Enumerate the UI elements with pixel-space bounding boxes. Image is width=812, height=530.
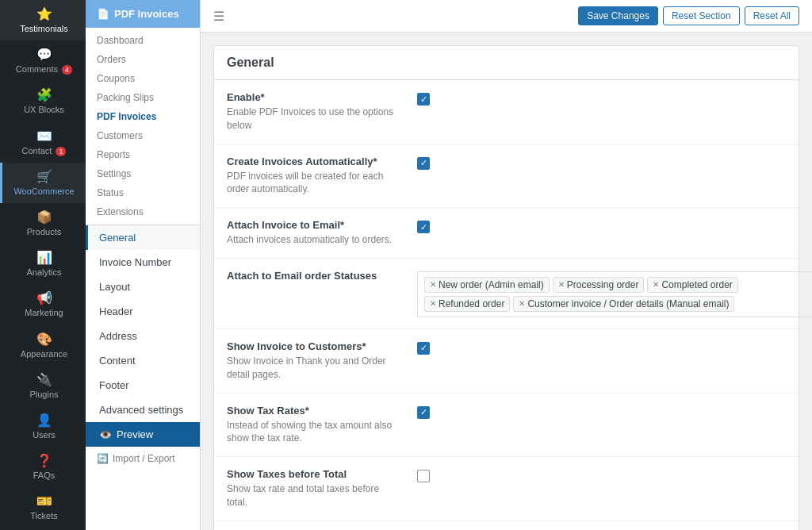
submenu-item-invoice-number[interactable]: Invoice Number <box>86 250 200 275</box>
submenu-settings[interactable]: Settings <box>86 164 200 183</box>
tag-label-refunded: Refunded order <box>439 298 504 309</box>
submenu-item-footer[interactable]: Footer <box>86 373 200 398</box>
tag-remove-customer-invoice[interactable]: ✕ <box>519 299 525 308</box>
submenu-extensions[interactable]: Extensions <box>86 202 200 221</box>
submenu-header: 📄 PDF Invoices <box>86 0 200 28</box>
submenu-item-header[interactable]: Header <box>86 299 200 324</box>
products-icon: 📦 <box>36 209 52 225</box>
form-row-show-tax-rates: Show Tax Rates* Instead of showing the t… <box>214 394 799 458</box>
checkbox-show-tax-rates[interactable]: ✓ <box>417 406 430 419</box>
submenu-customers[interactable]: Customers <box>86 126 200 145</box>
form-row-due-date: Invoice Due Date Days* Use {{invoice_due… <box>214 521 799 530</box>
sidebar: ⭐ Testimonials 💬 Comments 4 🧩 UX Blocks … <box>0 0 86 530</box>
form-label-attach-statuses: Attach to Email order Statuses <box>227 270 401 282</box>
ux-blocks-icon: 🧩 <box>36 87 52 102</box>
sidebar-item-plugins[interactable]: 🔌 Plugins <box>0 366 86 406</box>
form-label-col-enable: Enable* Enable PDF Invoices to use the o… <box>227 91 401 132</box>
tag-customer-invoice: ✕ Customer invoice / Order details (Manu… <box>513 296 734 312</box>
sidebar-label-faqs: FAQs <box>33 470 56 481</box>
checkbox-attach-email[interactable]: ✓ <box>417 221 430 233</box>
contact-icon: ✉️ <box>36 129 52 144</box>
reset-all-button[interactable]: Reset All <box>745 6 799 25</box>
contact-badge: 1 <box>56 147 66 156</box>
sidebar-label-woocommerce: WooCommerce <box>13 186 74 197</box>
sidebar-item-marketing[interactable]: 📢 Marketing <box>0 284 86 325</box>
preview-icon: 👁️ <box>99 428 112 440</box>
checkbox-show-taxes-total[interactable] <box>417 470 430 482</box>
faqs-icon: ❓ <box>36 453 52 468</box>
sidebar-label-tickets: Tickets <box>30 511 57 521</box>
checkbox-enable[interactable]: ✓ <box>417 93 430 106</box>
submenu-reports[interactable]: Reports <box>86 145 200 164</box>
tag-remove-new-order[interactable]: ✕ <box>430 280 436 289</box>
tag-remove-processing[interactable]: ✕ <box>558 280 565 289</box>
marketing-icon: 📢 <box>36 290 52 305</box>
tag-remove-completed[interactable]: ✕ <box>653 280 659 289</box>
form-label-show-taxes-total: Show Taxes before Total <box>227 468 401 480</box>
sidebar-item-appearance[interactable]: 🎨 Appearance <box>0 325 86 366</box>
form-desc-show-taxes-total: Show tax rate and total taxes before tot… <box>227 482 401 509</box>
sidebar-item-products[interactable]: 📦 Products <box>0 203 86 244</box>
form-label-attach-email: Attach Invoice to Email* <box>227 219 401 231</box>
submenu-item-content[interactable]: Content <box>86 348 200 373</box>
hamburger-icon[interactable]: ☰ <box>213 9 224 24</box>
submenu-orders[interactable]: Orders <box>86 50 200 69</box>
sidebar-item-comments[interactable]: 💬 Comments 4 <box>0 40 86 81</box>
form-label-show-customers: Show Invoice to Customers* <box>227 340 401 352</box>
sidebar-item-tickets[interactable]: 🎫 Tickets <box>0 487 86 528</box>
submenu-item-general[interactable]: General <box>86 225 200 250</box>
checkbox-create-auto[interactable]: ✓ <box>417 157 430 170</box>
form-row-show-taxes-total: Show Taxes before Total Show tax rate an… <box>214 457 799 521</box>
form-control-col-show-customers: ✓ <box>417 340 786 355</box>
reset-section-button[interactable]: Reset Section <box>663 6 740 25</box>
sidebar-item-woocommerce[interactable]: 🛒 WooCommerce <box>0 163 86 203</box>
tag-label-new-order: New order (Admin email) <box>439 279 544 290</box>
submenu-item-preview[interactable]: 👁️ Preview <box>86 422 200 447</box>
submenu-item-advanced-settings[interactable]: Advanced settings <box>86 398 200 422</box>
tag-label-processing: Processing order <box>567 279 639 290</box>
submenu-status[interactable]: Status <box>86 183 200 202</box>
form-row-show-customers: Show Invoice to Customers* Show Invoice … <box>214 329 799 394</box>
comments-icon: 💬 <box>36 47 52 62</box>
submenu-pdf-invoices[interactable]: PDF Invoices <box>86 107 200 126</box>
form-control-col-attach-email: ✓ <box>417 219 786 233</box>
save-changes-button[interactable]: Save Changes <box>578 6 658 25</box>
submenu-dashboard[interactable]: Dashboard <box>86 31 200 50</box>
form-row-attach-statuses: Attach to Email order Statuses ✕ New ord… <box>214 259 799 329</box>
tag-refunded: ✕ Refunded order <box>424 296 510 312</box>
submenu-item-import-export[interactable]: 🔄 Import / Export <box>86 447 200 470</box>
form-section-general: General Enable* Enable PDF Invoices to u… <box>213 45 799 530</box>
sidebar-item-testimonials[interactable]: ⭐ Testimonials <box>0 0 86 40</box>
form-control-col-attach-statuses: ✕ New order (Admin email) ✕ Processing o… <box>417 270 812 317</box>
form-desc-attach-email: Attach invoices automatically to orders. <box>227 233 401 247</box>
form-desc-create-auto: PDF invoices will be created for each or… <box>227 170 401 197</box>
plugins-icon: 🔌 <box>36 372 52 387</box>
sidebar-item-contact[interactable]: ✉️ Contact 1 <box>0 122 86 163</box>
submenu-item-address[interactable]: Address <box>86 324 200 348</box>
tickets-icon: 🎫 <box>36 494 52 509</box>
sidebar-label-analytics: Analytics <box>26 267 61 278</box>
sidebar-item-ux-blocks[interactable]: 🧩 UX Blocks <box>0 81 86 121</box>
tag-new-order: ✕ New order (Admin email) <box>424 277 550 293</box>
checkbox-show-customers[interactable]: ✓ <box>417 342 430 355</box>
sidebar-item-faqs[interactable]: ❓ FAQs <box>0 447 86 487</box>
page-header-buttons: Save Changes Reset Section Reset All <box>578 6 799 25</box>
content-area: 📄 PDF Invoices Dashboard Orders Coupons … <box>86 0 812 530</box>
tag-remove-refunded[interactable]: ✕ <box>430 299 436 308</box>
sidebar-label-users: Users <box>33 430 56 440</box>
sidebar-item-users[interactable]: 👤 Users <box>0 406 86 447</box>
form-row-enable: Enable* Enable PDF Invoices to use the o… <box>214 80 799 144</box>
submenu-item-layout[interactable]: Layout <box>86 275 200 299</box>
sidebar-label-testimonials: Testimonials <box>20 24 68 34</box>
preview-label: Preview <box>117 428 153 440</box>
comments-badge: 4 <box>62 65 72 75</box>
sidebar-label-contact: Contact 1 <box>22 146 67 156</box>
main-content: 📄 PDF Invoices Dashboard Orders Coupons … <box>86 0 812 530</box>
submenu-packing-slips[interactable]: Packing Slips <box>86 88 200 107</box>
form-label-show-tax-rates: Show Tax Rates* <box>227 405 401 417</box>
sidebar-item-analytics[interactable]: 📊 Analytics <box>0 244 86 284</box>
submenu-coupons[interactable]: Coupons <box>86 69 200 88</box>
form-label-col-create-auto: Create Invoices Automatically* PDF invoi… <box>227 156 401 197</box>
submenu-header-title: PDF Invoices <box>114 8 179 20</box>
testimonials-icon: ⭐ <box>36 6 52 21</box>
